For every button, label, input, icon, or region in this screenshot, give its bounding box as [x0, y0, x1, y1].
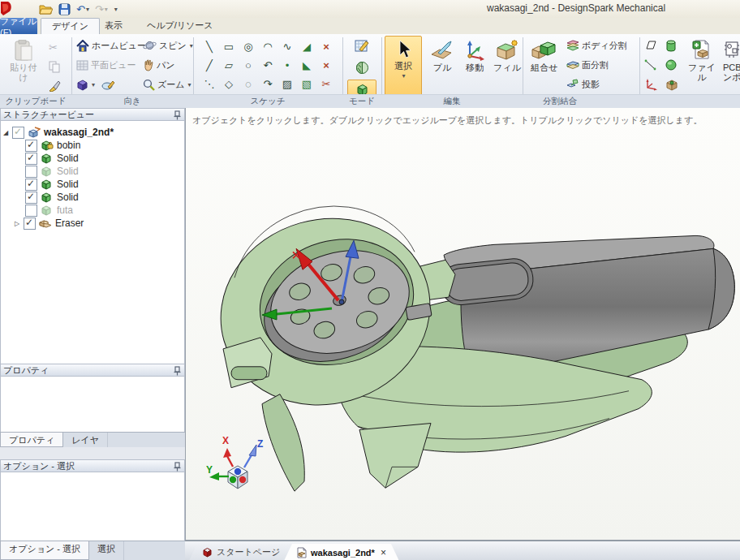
qat-customize-button[interactable]: ▾ — [114, 2, 118, 16]
plan-view-icon — [76, 59, 88, 71]
insert-plane-button[interactable] — [644, 37, 657, 54]
copy-button[interactable] — [49, 58, 60, 75]
pin-icon[interactable] — [174, 110, 181, 120]
sketch-three-point-rectangle-icon[interactable]: ▱ — [219, 56, 239, 75]
split-body-label: ボディ分割 — [582, 40, 627, 52]
sketch-spline-icon[interactable]: ∿ — [278, 37, 297, 56]
plan-view-button[interactable]: 平面ビュー — [76, 57, 136, 73]
fill-button[interactable]: フィル — [488, 36, 526, 96]
tab-view[interactable]: 表示 — [94, 18, 133, 33]
redo-button[interactable]: ↷▾ — [95, 2, 108, 16]
item-checkbox[interactable] — [25, 166, 37, 178]
undo-dropdown-icon[interactable]: ▾ — [86, 6, 89, 13]
open-button[interactable] — [39, 2, 53, 16]
zoom-button[interactable]: ズーム▾ — [143, 76, 191, 93]
pin-icon[interactable] — [174, 462, 181, 472]
viewport-3d[interactable]: オブジェクトをクリックします。ダブルクリックでエッジループを選択します。トリプル… — [185, 108, 740, 541]
insert-shell-button[interactable] — [665, 76, 678, 93]
sketch-split-icon[interactable]: ✂ — [316, 75, 336, 93]
insert-axis-button[interactable] — [644, 57, 657, 73]
sketch-projection-icon[interactable]: ▧ — [297, 75, 316, 93]
sketch-polyline-icon[interactable]: ╱ — [200, 56, 219, 75]
tab-properties[interactable]: プロパティ — [0, 433, 63, 447]
pan-label: パン — [157, 59, 175, 71]
sketch-construction-line-icon[interactable]: ⋱ — [200, 75, 219, 93]
split-body-button[interactable]: ボディ分割 — [566, 37, 627, 54]
format-painter-button[interactable] — [49, 78, 61, 94]
tab-document-wakasagi[interactable]: wakasagi_2nd* × — [284, 544, 399, 560]
cut-button[interactable]: ✂ — [49, 39, 58, 55]
axis-triad[interactable]: Z X Y — [206, 431, 274, 496]
sketch-construction-circle-icon[interactable]: ◌ — [239, 75, 258, 93]
triad-y-label: Y — [206, 464, 213, 476]
item-checkbox[interactable] — [25, 205, 37, 217]
save-button[interactable] — [58, 2, 71, 16]
sketch-line-icon[interactable]: ╲ — [200, 37, 219, 56]
sketch-chamfer-icon[interactable]: ◣ — [297, 56, 316, 75]
view-cube-button[interactable]: ▾ — [76, 76, 114, 93]
sketch-point-icon[interactable]: • — [278, 56, 297, 75]
zoom-dropdown-icon[interactable]: ▾ — [188, 81, 191, 88]
sketch-circle-icon[interactable]: ◎ — [239, 37, 258, 56]
pin-icon[interactable] — [174, 366, 181, 376]
tab-file[interactable]: ファイル(F) — [0, 18, 37, 34]
graphics-style-icon[interactable] — [101, 79, 114, 91]
redo-dropdown-icon[interactable]: ▾ — [105, 6, 108, 13]
pcb-import-button[interactable]: PCBンポ — [721, 36, 740, 96]
sketch-three-point-arc-icon[interactable]: ↷ — [258, 75, 278, 93]
sketch-hatch-icon[interactable]: ▨ — [278, 75, 297, 93]
select-dropdown-icon[interactable]: ▾ — [402, 72, 405, 80]
select-button[interactable]: 選択 ▾ — [385, 36, 422, 96]
split-face-button[interactable]: 面分割 — [566, 57, 609, 73]
view-cube-dropdown-icon[interactable]: ▾ — [92, 81, 95, 88]
item-checkbox[interactable] — [25, 140, 37, 152]
tab-help[interactable]: ヘルプ/リソース — [136, 18, 224, 33]
tree-row-solid-2[interactable]: Solid — [1, 165, 184, 178]
item-checkbox[interactable] — [25, 179, 37, 191]
sketch-three-point-circle-icon[interactable]: ○ — [239, 56, 258, 75]
fill-label: フィル — [493, 62, 521, 72]
insert-sphere-button[interactable] — [665, 57, 677, 73]
paste-button[interactable]: 貼り付け — [5, 36, 42, 96]
sketch-trim-icon[interactable]: × — [316, 37, 336, 56]
item-checkbox[interactable] — [25, 153, 37, 165]
sketch-ellipse-icon[interactable]: ◇ — [219, 75, 239, 93]
tab-select[interactable]: 選択 — [89, 541, 124, 560]
tree-row-solid-3[interactable]: Solid — [1, 178, 184, 191]
pan-button[interactable]: パン — [143, 57, 175, 73]
tree-row-futa[interactable]: futa — [1, 204, 184, 217]
home-view-button[interactable]: ホームビュー▾ — [76, 37, 153, 54]
tab-layers[interactable]: レイヤ — [63, 433, 108, 447]
insert-origin-button[interactable] — [644, 76, 657, 93]
sketch-mode-button[interactable] — [347, 36, 376, 56]
insert-cylinder-button[interactable] — [665, 37, 677, 54]
sketch-rectangle-icon[interactable]: ▭ — [219, 37, 239, 56]
sketch-sweep-arc-icon[interactable]: ↶ — [258, 56, 278, 75]
sketch-trim-corner-icon[interactable]: × — [316, 56, 336, 75]
expander-icon[interactable]: ▷ — [12, 220, 22, 227]
close-tab-icon[interactable]: × — [381, 547, 386, 558]
format-painter-icon — [49, 80, 61, 92]
start-page-tab-label: スタートページ — [217, 546, 280, 558]
spin-button[interactable]: スピン▾ — [143, 37, 193, 54]
tree-item-label: wakasagi_2nd* — [44, 127, 114, 138]
tree-row-solid-1[interactable]: Solid — [1, 152, 184, 165]
tree-row-solid-4[interactable]: Solid — [1, 191, 184, 204]
item-checkbox[interactable] — [24, 218, 36, 230]
section-mode-button[interactable] — [347, 58, 376, 78]
tree-row-root[interactable]: ◢ wakasagi_2nd* — [1, 126, 184, 139]
tree-row-eraser[interactable]: ▷ Eraser — [1, 217, 184, 230]
root-checkbox[interactable] — [12, 127, 24, 139]
undo-button[interactable]: ↶▾ — [76, 2, 89, 16]
insert-file-button[interactable]: ファイル — [683, 36, 721, 96]
tab-design[interactable]: デザイン — [41, 18, 100, 34]
tree-row-bobin[interactable]: bobin — [1, 139, 184, 152]
item-checkbox[interactable] — [25, 192, 37, 204]
sketch-tangent-arc-icon[interactable]: ◠ — [258, 37, 278, 56]
expander-icon[interactable]: ◢ — [1, 129, 11, 136]
solid-icon — [41, 153, 54, 164]
tab-options-select[interactable]: オプション - 選択 — [0, 541, 89, 560]
project-button[interactable]: 投影 — [566, 76, 600, 93]
combine-button[interactable]: 組合せ — [526, 36, 563, 96]
sketch-fillet-icon[interactable]: ◢ — [297, 37, 316, 56]
